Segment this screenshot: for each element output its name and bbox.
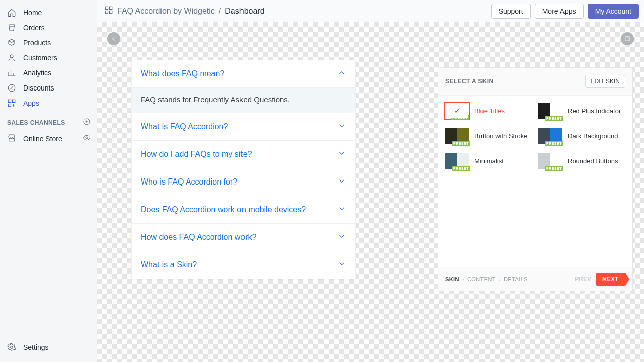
prev-button: PREV xyxy=(575,276,591,283)
sidebar-item-products[interactable]: Products xyxy=(0,35,97,50)
home-icon xyxy=(7,8,16,17)
skin-thumbnail: PRESET xyxy=(538,103,562,119)
sidebar-item-apps[interactable]: Apps xyxy=(0,96,97,111)
sidebar-item-orders[interactable]: Orders xyxy=(0,20,97,35)
sidebar-item-label: Products xyxy=(23,39,51,47)
preset-tag: PRESET xyxy=(545,141,564,146)
accordion-item: What is a Skin? xyxy=(132,251,355,279)
breadcrumb-separator: / xyxy=(219,7,221,16)
svg-rect-2 xyxy=(8,100,11,102)
accordion-title: What does FAQ mean? xyxy=(141,69,224,78)
sidebar-item-home[interactable]: Home xyxy=(0,5,97,20)
sidebar-section-label: SALES CHANNELS xyxy=(7,119,65,126)
accordion-body: FAQ stands for Frequently Asked Question… xyxy=(132,87,355,113)
accordion-header[interactable]: What is a Skin? xyxy=(132,251,355,279)
skin-name: Red Plus Indicator xyxy=(568,107,621,115)
sidebar-item-customers[interactable]: Customers xyxy=(0,50,97,65)
accordion-header[interactable]: How do I add FAQs to my site? xyxy=(132,141,355,168)
sidebar-item-label: Home xyxy=(23,9,42,17)
skin-panel-title: SELECT A SKIN xyxy=(445,78,494,85)
accordion-item: What does FAQ mean?FAQ stands for Freque… xyxy=(132,60,355,113)
preset-tag: PRESET xyxy=(545,166,564,171)
more-apps-button[interactable]: More Apps xyxy=(535,4,584,19)
chevron-down-icon xyxy=(337,232,346,243)
breadcrumb-app-link[interactable]: FAQ Accordion by Widgetic xyxy=(117,7,215,16)
analytics-icon xyxy=(7,68,16,77)
accordion-header[interactable]: What does FAQ mean? xyxy=(132,60,355,87)
gear-icon xyxy=(7,343,16,352)
accordion-title: Does FAQ Accordion work on mobile device… xyxy=(141,205,306,214)
skin-option[interactable]: PRESETRed Plus Indicator xyxy=(538,103,625,119)
products-icon xyxy=(7,38,16,47)
sidebar-item-online-store[interactable]: Online Store xyxy=(0,130,97,147)
svg-point-0 xyxy=(10,55,13,58)
accordion-header[interactable]: Does FAQ Accordion work on mobile device… xyxy=(132,196,355,223)
my-account-button[interactable]: My Account xyxy=(588,4,639,19)
step-content[interactable]: CONTENT xyxy=(467,276,496,282)
svg-point-7 xyxy=(11,346,13,349)
skin-option[interactable]: PRESETDark Background xyxy=(538,128,625,144)
accordion-preview: What does FAQ mean?FAQ stands for Freque… xyxy=(131,60,356,279)
step-details[interactable]: DETAILS xyxy=(504,276,528,282)
chevron-down-icon xyxy=(337,121,346,132)
step-skin[interactable]: SKIN xyxy=(445,276,459,282)
skin-option[interactable]: PRESETMinimalist xyxy=(445,153,532,169)
support-button[interactable]: Support xyxy=(491,4,531,19)
accordion-item: How does FAQ Accordion work? xyxy=(132,224,355,251)
svg-rect-10 xyxy=(105,11,108,13)
accordion-item: What is FAQ Accordion? xyxy=(132,113,355,141)
skin-thumbnail: PRESET xyxy=(445,103,469,119)
accordion-title: What is a Skin? xyxy=(141,260,197,269)
accordion-item: Who is FAQ Accordion for? xyxy=(132,168,355,196)
skin-panel: SELECT A SKIN EDIT SKIN PRESETBlue Title… xyxy=(438,67,633,291)
orders-icon xyxy=(7,23,16,32)
skin-thumbnail: PRESET xyxy=(445,153,469,169)
preset-tag: PRESET xyxy=(452,166,470,171)
skin-name: Minimalist xyxy=(474,157,504,165)
accordion-item: Does FAQ Accordion work on mobile device… xyxy=(132,196,355,224)
back-button[interactable] xyxy=(107,32,120,45)
preset-tag: PRESET xyxy=(451,115,469,120)
chevron-down-icon xyxy=(337,149,346,160)
add-channel-icon[interactable] xyxy=(83,118,91,127)
accordion-title: What is FAQ Accordion? xyxy=(141,122,228,131)
sidebar-item-label: Discounts xyxy=(23,84,54,92)
sidebar-item-analytics[interactable]: Analytics xyxy=(0,65,97,80)
accordion-header[interactable]: Who is FAQ Accordion for? xyxy=(132,168,355,196)
next-button[interactable]: NEXT xyxy=(596,273,625,286)
sidebar-item-label: Apps xyxy=(23,99,39,107)
skin-option[interactable]: PRESETBlue Titles xyxy=(445,103,532,119)
accordion-header[interactable]: What is FAQ Accordion? xyxy=(132,113,355,140)
preset-tag: PRESET xyxy=(452,141,470,146)
skin-thumbnail: PRESET xyxy=(538,153,562,169)
store-icon xyxy=(7,133,16,144)
svg-rect-11 xyxy=(110,11,112,13)
accordion-item: How do I add FAQs to my site? xyxy=(132,141,355,168)
sidebar-item-label: Orders xyxy=(23,24,45,32)
accordion-title: Who is FAQ Accordion for? xyxy=(141,177,237,187)
skin-grid: PRESETBlue TitlesPRESETRed Plus Indicato… xyxy=(438,96,632,267)
skin-name: Button with Stroke xyxy=(474,132,528,140)
accordion-header[interactable]: How does FAQ Accordion work? xyxy=(132,224,355,251)
accordion-title: How do I add FAQs to my site? xyxy=(141,150,252,159)
edit-skin-button[interactable]: EDIT SKIN xyxy=(585,75,625,88)
wizard-steps: SKIN› CONTENT› DETAILS xyxy=(445,276,528,282)
chevron-down-icon xyxy=(337,204,346,215)
chevron-down-icon xyxy=(337,176,346,188)
sidebar-item-label: Analytics xyxy=(23,69,51,77)
skin-option[interactable]: PRESETButton with Stroke xyxy=(445,128,532,144)
breadcrumb: FAQ Accordion by Widgetic / Dashboard xyxy=(104,6,265,17)
apps-icon xyxy=(7,99,16,108)
sidebar-item-label: Settings xyxy=(23,343,49,351)
breadcrumb-current: Dashboard xyxy=(225,7,264,16)
resize-button[interactable] xyxy=(621,32,634,45)
preview-icon[interactable] xyxy=(83,134,91,143)
skin-option[interactable]: PRESETRounded Buttons xyxy=(538,153,625,169)
topbar: FAQ Accordion by Widgetic / Dashboard Su… xyxy=(97,0,644,22)
skin-name: Dark Background xyxy=(568,132,618,140)
sidebar-item-settings[interactable]: Settings xyxy=(0,340,97,355)
sidebar-item-discounts[interactable]: Discounts xyxy=(0,80,97,96)
sidebar-section-sales-channels: SALES CHANNELS xyxy=(0,111,97,130)
svg-rect-8 xyxy=(105,7,108,9)
chevron-down-icon xyxy=(337,259,346,270)
